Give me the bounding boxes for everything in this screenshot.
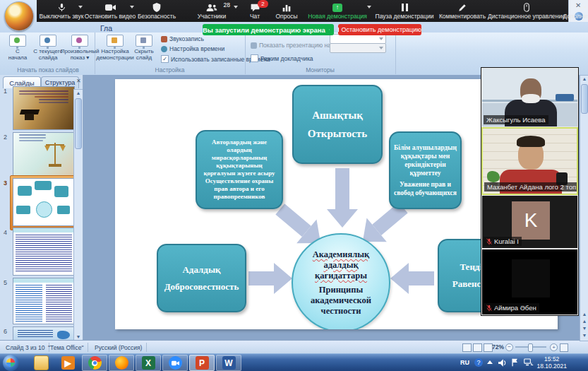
authors-rights-box: Авторлардың және олардың мирасқорларының… [196,130,283,209]
chat-button[interactable]: Чат 2 [243,0,267,22]
stop-share-button[interactable]: Остановить демонстрацию [338,24,421,35]
zoom-slider-thumb[interactable] [528,343,533,352]
chevron-down-icon[interactable] [234,6,238,8]
avatar: K [512,201,550,240]
new-share-button[interactable]: ↑ Новая демонстрация [305,0,370,22]
main-scrollbar[interactable]: ▲ ▲▲ ▼▼ [580,75,588,341]
slide-number: 6 [4,328,7,335]
language-tray[interactable]: RU [460,359,469,366]
taskbar-chrome[interactable] [82,355,107,371]
participant-video-2-active[interactable]: Маханбет Айдана лого 2 топ [481,127,578,195]
taskbar-firefox[interactable] [109,355,134,371]
slideshow-icon [40,35,56,47]
tray-date: 18.10.2021 [536,363,567,370]
fit-to-window-button[interactable] [560,343,568,352]
taskbar-media-player[interactable]: ▶ [55,355,80,371]
security-button[interactable]: Безопасность [137,0,176,22]
participants-button[interactable]: Участники 28 [186,0,237,22]
ribbon-tab-home[interactable]: Гла [100,24,112,33]
scroll-down-icon[interactable]: ▼ [74,334,83,340]
scroll-up-icon[interactable]: ▲ [74,90,83,97]
checkbox-checked-icon: ✓ [161,55,169,63]
taskbar-word[interactable]: W [216,355,241,371]
taskbar-powerpoint[interactable]: P [189,355,215,371]
more-button[interactable]: Дополнительно [565,0,588,22]
chevron-down-icon[interactable] [367,6,371,8]
openness-box: Ашықтық Открытость [292,85,383,164]
slide-thumbnail-5[interactable] [13,278,75,324]
taskbar-excel[interactable]: X [136,355,161,371]
stop-video-button[interactable]: Остановить видео [86,0,134,22]
show-on-dropdown[interactable] [330,43,386,53]
network-icon[interactable] [524,358,534,367]
rehearse-timings-item[interactable]: Настройка времени [161,45,224,52]
taskbar-explorer[interactable] [28,355,54,371]
taskbar-zoom[interactable] [162,355,188,371]
slide-thumbnail-4[interactable] [13,228,75,276]
participant-video-4[interactable]: Аймира Әбен [481,249,578,315]
custom-show-button[interactable]: Произвольный показ ▾ [65,35,95,61]
slide-sorter-button[interactable] [473,343,482,352]
polls-icon [282,2,291,13]
hide-slide-button[interactable]: Скрыть слайд [133,35,155,61]
slide-thumbnail-2[interactable] [13,132,75,177]
scrollbar-thumb[interactable] [75,98,82,149]
polls-button[interactable]: Опросы [271,0,302,22]
chevron-down-icon[interactable] [78,6,83,8]
chat-badge: 2 [258,0,268,8]
zoom-out-button[interactable]: − [505,343,513,351]
zoom-level[interactable]: 72% [492,343,504,351]
slide-number: 4 [4,229,7,236]
participant-name: Жаксыгуль Исаева [484,115,548,124]
volume-icon[interactable] [498,359,507,367]
participant-video-1[interactable]: Жаксыгуль Исаева [481,68,578,127]
share-screen-icon: ↑ [332,2,342,13]
timer-icon [161,46,167,52]
resolution-dropdown[interactable] [330,34,386,44]
slide-nav-buttons[interactable]: ▲▲ ▼▼ [580,311,588,339]
chevron-down-icon[interactable] [130,6,134,8]
tray-expand-icon[interactable] [487,360,493,364]
slide-number: 5 [4,279,7,286]
participant-name: Аймира Әбен [484,303,539,312]
shield-icon [152,2,161,13]
clock[interactable]: 15:52 18.10.2021 [536,356,567,370]
action-center-flag-icon[interactable] [511,358,519,367]
from-current-slide-button[interactable]: С текущего слайда [32,35,64,61]
normal-view-button[interactable] [462,343,472,352]
office-button[interactable] [4,1,34,31]
slide-thumbnail-6[interactable] [13,326,75,340]
media-player-icon: ▶ [61,356,75,370]
annotate-button[interactable]: Комментировать [438,0,487,22]
language-indicator[interactable]: Русский (Россия) [90,343,147,352]
pause-share-button[interactable]: Пауза демонстрации [374,0,435,22]
setup-show-button[interactable]: Настройка демонстрации [99,35,131,61]
slide-thumbnail-1[interactable] [13,86,75,130]
record-narration-item[interactable]: Звукозапись [161,35,204,42]
slide-number: 3 [4,179,7,187]
ribbon-group-start: С начала С текущего слайда Произвольный … [1,33,95,74]
taskbar: ▶ X P W RU ? [0,353,588,371]
ribbon-group-monitors: Показать презентацию на: Режим докладчик… [245,33,396,74]
mute-button[interactable]: Выключить звук [39,0,84,22]
remote-control-icon [524,2,529,13]
microphone-icon [57,2,66,13]
from-beginning-button[interactable]: С начала [4,35,31,61]
previous-slide-icon[interactable]: ▲▲ [580,311,588,325]
presenter-view-checkbox[interactable]: Режим докладчика [251,54,313,62]
participant-video-3[interactable]: K Kuralai I [481,195,578,249]
slide-thumbnail-3-selected[interactable] [13,178,75,226]
remote-control-button[interactable]: Дистанционное управление [488,0,565,22]
slides-panel-scrollbar[interactable]: ▲ ▼ [73,89,83,340]
close-panel-icon[interactable]: ✕ [76,78,81,84]
scroll-up-icon[interactable]: ▲ [580,76,588,83]
help-tray-icon[interactable]: ? [474,358,483,367]
scrollbar-thumb[interactable] [581,84,588,114]
muted-mic-icon [486,305,492,312]
muted-mic-icon [486,238,492,245]
zoom-in-button[interactable]: + [550,343,558,351]
arrow-left [390,263,434,294]
start-button[interactable] [3,355,19,371]
word-icon: W [222,356,236,370]
next-slide-icon[interactable]: ▼▼ [580,325,588,339]
